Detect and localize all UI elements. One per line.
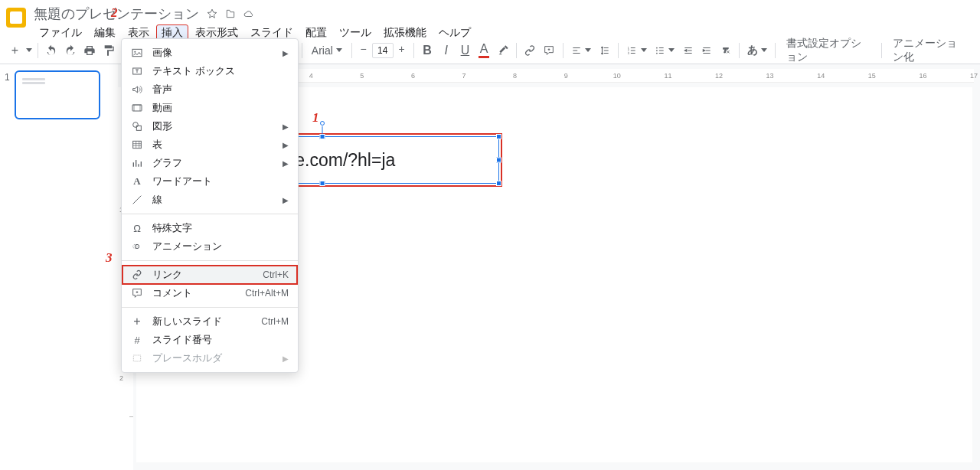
annotation-number-1: 1 [312, 110, 319, 126]
app-logo[interactable] [6, 8, 26, 28]
font-size-control: − 14 + [357, 43, 409, 58]
input-tools-button[interactable]: あ [744, 41, 770, 60]
menu-edit[interactable]: 編集 [89, 24, 121, 41]
video-icon [131, 102, 143, 114]
decrease-indent-button[interactable] [679, 41, 697, 60]
undo-button[interactable] [43, 41, 60, 60]
chevron-down-icon [668, 48, 675, 52]
menu-item-chart[interactable]: グラフ▶ [122, 154, 298, 172]
bullet-list-button[interactable] [652, 41, 669, 60]
menu-help[interactable]: ヘルプ [433, 24, 476, 41]
increase-indent-button[interactable] [698, 41, 716, 60]
menu-item-slide-number[interactable]: # スライド番号 [122, 331, 298, 349]
chevron-right-icon: ▶ [283, 49, 289, 57]
bold-button[interactable]: B [419, 41, 436, 60]
chart-icon [131, 157, 143, 169]
line-icon [131, 194, 143, 206]
align-button[interactable] [567, 41, 585, 60]
separator [881, 43, 882, 58]
menu-item-image[interactable]: 画像▶ [122, 44, 298, 62]
decrease-font-button[interactable]: − [357, 43, 371, 58]
separator [122, 307, 298, 308]
resize-handle[interactable] [320, 134, 325, 139]
menu-extensions[interactable]: 拡張機能 [378, 24, 432, 41]
clear-format-button[interactable] [717, 41, 735, 60]
font-size-input[interactable]: 14 [372, 43, 394, 58]
menu-item-placeholder: プレースホルダ▶ [122, 349, 298, 367]
image-icon [131, 47, 143, 59]
italic-button[interactable]: I [437, 41, 455, 60]
resize-handle[interactable] [496, 181, 501, 186]
chevron-right-icon: ▶ [283, 141, 289, 149]
separator [739, 43, 740, 58]
resize-handle[interactable] [496, 158, 501, 163]
animate-button[interactable]: アニメーション化 [887, 37, 974, 64]
menu-item-table[interactable]: 表▶ [122, 135, 298, 154]
menu-item-video[interactable]: 動画 [122, 99, 298, 117]
menu-item-textbox[interactable]: テキスト ボックス [122, 62, 298, 80]
print-button[interactable] [81, 41, 99, 60]
redo-button[interactable] [62, 41, 80, 60]
menu-item-animation[interactable]: アニメーション [122, 237, 298, 256]
svg-point-3 [656, 47, 658, 48]
svg-point-10 [133, 122, 139, 128]
svg-point-4 [656, 50, 658, 51]
textbox-icon [131, 65, 143, 77]
highlight-button[interactable] [495, 41, 512, 60]
link-button[interactable] [521, 41, 539, 60]
numbered-list-button[interactable]: 123 [623, 41, 641, 60]
paint-format-button[interactable] [100, 41, 117, 60]
thumbnail-number: 1 [5, 72, 10, 119]
separator [413, 43, 414, 58]
menu-item-wordart[interactable]: A ワードアート [122, 172, 298, 191]
chevron-down-icon [761, 48, 767, 52]
underline-button[interactable]: U [456, 41, 474, 60]
comment-button[interactable] [541, 41, 558, 60]
separator [122, 214, 298, 214]
separator [618, 43, 619, 58]
menu-item-comment[interactable]: コメント Ctrl+Alt+M [122, 284, 298, 302]
hash-icon: # [131, 334, 143, 346]
shapes-icon [131, 120, 143, 132]
text-color-button[interactable]: A [475, 41, 493, 60]
increase-font-button[interactable]: + [395, 43, 409, 58]
line-spacing-button[interactable] [596, 41, 613, 60]
wordart-icon: A [131, 175, 143, 188]
svg-text:3: 3 [628, 51, 629, 54]
title-area: 無題のプレゼンテーション ファイル 編集 表示 挿入 表示形式 スライド 配置 … [34, 5, 476, 41]
comment-icon [131, 287, 143, 299]
menu-item-shapes[interactable]: 図形▶ [122, 117, 298, 135]
annotation-number-2: 2 [111, 5, 118, 21]
slide-thumbnail[interactable] [15, 70, 100, 119]
menu-item-link[interactable]: リンク Ctrl+K [122, 266, 298, 284]
svg-rect-12 [133, 141, 142, 148]
svg-point-7 [134, 51, 136, 53]
move-folder-icon[interactable] [225, 8, 236, 19]
new-slide-button[interactable]: + [6, 41, 24, 60]
format-options-button[interactable]: 書式設定オプション [780, 37, 877, 64]
chevron-down-icon [26, 48, 32, 52]
chevron-down-icon [641, 48, 647, 52]
slide-thumbnail-panel: 1 [0, 64, 118, 470]
svg-point-5 [656, 52, 658, 54]
menu-item-new-slide[interactable]: + 新しいスライド Ctrl+M [122, 312, 298, 331]
new-slide-dropdown[interactable] [25, 41, 33, 60]
resize-handle[interactable] [320, 181, 325, 186]
cloud-status-icon[interactable] [243, 8, 254, 19]
menu-tools[interactable]: ツール [334, 24, 377, 41]
menu-item-line[interactable]: 線▶ [122, 191, 298, 209]
thumbnail-wrapper: 1 [5, 70, 118, 119]
font-selector[interactable]: Arial [307, 41, 347, 60]
title-row: 無題のプレゼンテーション [34, 5, 476, 23]
menu-item-special-chars[interactable]: Ω 特殊文字 [122, 219, 298, 237]
shortcut-label: Ctrl+K [263, 269, 289, 280]
star-icon[interactable] [207, 8, 217, 19]
rotate-handle[interactable] [320, 121, 325, 126]
menu-arrange[interactable]: 配置 [300, 24, 332, 41]
chevron-down-icon [585, 48, 591, 52]
menu-file[interactable]: ファイル [34, 24, 87, 41]
plus-icon: + [131, 315, 143, 328]
header: 無題のプレゼンテーション ファイル 編集 表示 挿入 表示形式 スライド 配置 … [0, 0, 980, 37]
resize-handle[interactable] [496, 134, 501, 139]
menu-item-audio[interactable]: 音声 [122, 80, 298, 99]
